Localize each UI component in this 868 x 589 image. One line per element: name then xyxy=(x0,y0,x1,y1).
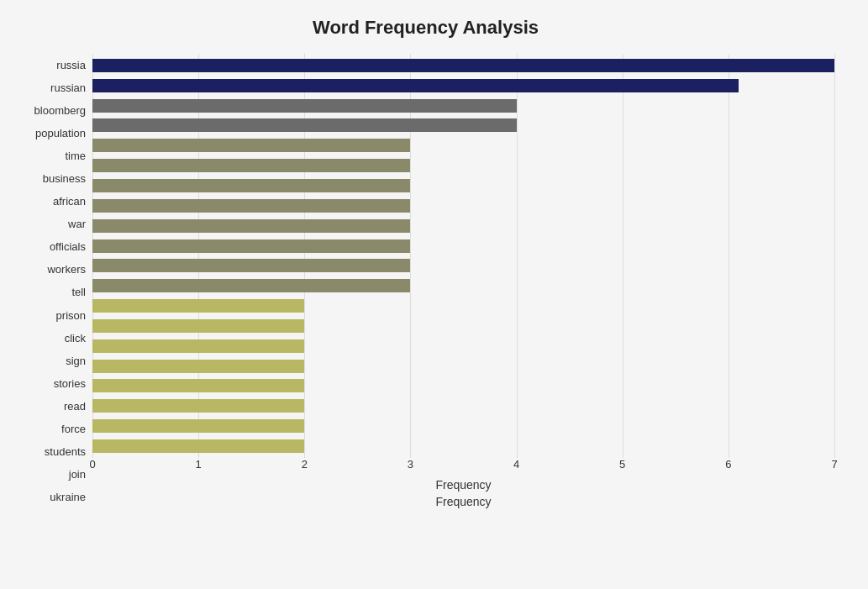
x-tick-7: 7 xyxy=(831,458,837,471)
bar-read xyxy=(92,360,304,373)
bar-war xyxy=(92,199,410,213)
bar-row-officials xyxy=(92,216,834,236)
x-axis-label: Frequency xyxy=(92,495,834,508)
x-axis-label: Frequency xyxy=(92,478,834,492)
bar-row-war xyxy=(92,196,834,216)
y-label-click: click xyxy=(65,333,86,344)
y-label-officials: officials xyxy=(50,241,86,252)
y-label-business: business xyxy=(43,173,86,184)
bar-african xyxy=(92,179,410,192)
bar-row-sign xyxy=(92,316,834,336)
x-tick-1: 1 xyxy=(196,458,202,471)
bar-stories xyxy=(92,339,304,353)
bar-row-join xyxy=(92,416,834,436)
y-label-stories: stories xyxy=(54,378,86,389)
y-label-african: african xyxy=(53,196,86,207)
bar-join xyxy=(92,419,304,433)
grid-line-7 xyxy=(834,54,835,458)
bar-row-business xyxy=(92,155,834,176)
bars-and-grid: 01234567Frequency Frequency xyxy=(92,54,834,508)
bar-sign xyxy=(92,319,304,333)
bar-row-russian xyxy=(92,76,834,96)
y-label-bloomberg: bloomberg xyxy=(34,105,86,116)
y-label-force: force xyxy=(61,423,86,434)
y-label-prison: prison xyxy=(56,310,86,321)
chart-container: Word Frequency Analysis russiarussianblo… xyxy=(0,0,868,589)
y-label-workers: workers xyxy=(47,264,86,275)
bar-row-click xyxy=(92,296,834,316)
y-label-tell: tell xyxy=(71,287,86,297)
bar-tell xyxy=(92,259,410,272)
bar-row-force xyxy=(92,376,834,397)
x-tick-4: 4 xyxy=(513,458,519,471)
x-tick-6: 6 xyxy=(725,458,731,471)
bar-row-bloomberg xyxy=(92,96,834,116)
y-label-join: join xyxy=(69,469,86,480)
bar-row-ukraine xyxy=(92,436,834,456)
bar-row-russia xyxy=(92,55,834,76)
bars-container xyxy=(92,54,834,458)
y-label-ukraine: ukraine xyxy=(50,492,86,502)
bar-row-population xyxy=(92,116,834,136)
y-label-read: read xyxy=(64,401,86,412)
bar-row-workers xyxy=(92,236,834,256)
bar-bloomberg xyxy=(92,99,517,113)
bar-row-time xyxy=(92,135,834,155)
y-label-russia: russia xyxy=(56,60,86,71)
grid-and-bars xyxy=(92,54,834,458)
y-label-population: population xyxy=(35,128,86,139)
bar-row-stories xyxy=(92,336,834,356)
bar-force xyxy=(92,379,304,392)
bar-row-read xyxy=(92,356,834,376)
chart-title: Word Frequency Analysis xyxy=(17,17,834,39)
bar-russia xyxy=(92,59,834,72)
y-label-time: time xyxy=(65,150,86,161)
bar-time xyxy=(92,139,410,152)
x-tick-5: 5 xyxy=(619,458,625,471)
x-tick-2: 2 xyxy=(302,458,308,471)
bar-russian xyxy=(92,79,739,92)
bar-business xyxy=(92,159,410,172)
bar-population xyxy=(92,118,517,132)
y-label-war: war xyxy=(68,218,86,229)
y-axis-labels: russiarussianbloombergpopulationtimebusi… xyxy=(17,54,92,508)
y-label-russian: russian xyxy=(50,82,86,93)
x-tick-0: 0 xyxy=(89,458,95,471)
bar-row-students xyxy=(92,396,834,416)
bar-prison xyxy=(92,279,410,292)
bar-row-african xyxy=(92,176,834,196)
bar-row-prison xyxy=(92,276,834,296)
chart-area: russiarussianbloombergpopulationtimebusi… xyxy=(17,54,834,508)
bar-click xyxy=(92,299,304,313)
bar-students xyxy=(92,399,304,413)
x-tick-3: 3 xyxy=(408,458,413,471)
y-label-sign: sign xyxy=(66,355,86,366)
bar-row-tell xyxy=(92,255,834,276)
bar-officials xyxy=(92,219,410,233)
bar-ukraine xyxy=(92,439,304,453)
bar-workers xyxy=(92,239,410,253)
y-label-students: students xyxy=(45,446,86,457)
